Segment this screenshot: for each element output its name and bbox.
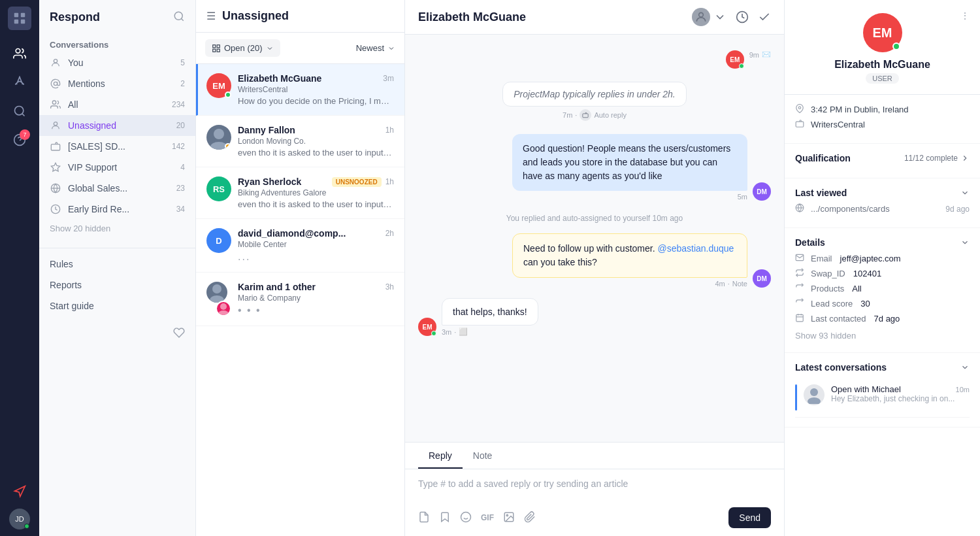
more-options-icon[interactable]: ⋮ (960, 10, 970, 21)
bookmark-icon[interactable] (439, 511, 451, 525)
document-icon[interactable] (418, 511, 430, 525)
email-icon (795, 253, 806, 264)
send-button[interactable]: Send (728, 507, 771, 528)
note-tab[interactable]: Note (463, 443, 503, 469)
chat-area: Elizabeth McGuane (405, 0, 784, 536)
conversations-nav-icon[interactable] (8, 42, 31, 65)
rp-details-title: Details (795, 237, 825, 248)
top-msg-time: 9m ✉️ (749, 50, 771, 59)
conv-list-header: ☰ Unassigned (196, 0, 404, 33)
conv-name: Ryan Sherlock (238, 176, 301, 187)
mentions-count: 2 (180, 79, 185, 88)
rp-location-section: 3:42 PM in Dublin, Ireland WritersCentra… (785, 95, 980, 144)
email-label: Email (811, 254, 832, 263)
rocket-nav-icon[interactable] (8, 71, 31, 94)
rules-link[interactable]: Rules (39, 254, 195, 275)
app-logo[interactable] (8, 7, 31, 30)
rp-leadscore-row: Lead score 30 (795, 298, 970, 309)
conv-name-row: Danny Fallon 1h (238, 125, 394, 135)
lc-title: Open with Michael 10m (831, 384, 970, 394)
vip-label: VIP Support (68, 162, 174, 173)
nav-section-conversations: Conversations You 5 Mentions 2 (39, 29, 195, 243)
user-avatar-icon[interactable]: JD (9, 509, 30, 529)
megaphone-icon[interactable] (8, 480, 31, 503)
bot-icon (580, 109, 591, 121)
sidebar-item-sales[interactable]: [SALES] SD... 142 (39, 136, 195, 157)
svg-point-11 (54, 59, 57, 63)
msg-row-note: DM Need to follow up with customer. @seb… (418, 233, 771, 288)
conv-item-david[interactable]: D david_diamond@comp... 2h Mobile Center… (196, 219, 404, 273)
sort-button[interactable]: Newest (356, 43, 395, 53)
email-value: jeff@japtec.com (840, 254, 901, 263)
rp-latest-conv-toggle[interactable] (960, 363, 970, 372)
products-label: Products (811, 284, 844, 293)
conv-preview: How do you decide on the Pricing, I mean… (238, 96, 394, 106)
rp-qual-action[interactable]: 11/12 complete (904, 154, 970, 163)
conv-name: Danny Fallon (238, 125, 295, 135)
you-icon (50, 57, 61, 69)
assign-avatar (692, 8, 710, 26)
reports-link[interactable]: Reports (39, 275, 195, 295)
svg-point-47 (808, 397, 821, 404)
conv-time: 3m (383, 74, 394, 83)
assign-button[interactable] (692, 8, 727, 26)
reply-area: Reply Note Type # to add a saved reply o… (405, 442, 784, 536)
image-icon[interactable] (503, 511, 515, 525)
bot-meta: 7m · Auto reply (563, 109, 627, 121)
rp-online-dot (892, 42, 900, 50)
conv-company: London Moving Co. (238, 137, 394, 146)
lastcontacted-value: 7d ago (874, 314, 900, 324)
note-meta: 4m · Note (715, 280, 747, 288)
conv-content-danny: Danny Fallon 1h London Moving Co. even t… (238, 125, 394, 158)
sidebar-item-mentions[interactable]: Mentions 2 (39, 73, 195, 94)
conv-item-elizabeth[interactable]: EM Elizabeth McGuane 3m WritersCentral H… (196, 64, 404, 116)
system-message: You replied and auto-assigned to yoursel… (418, 211, 771, 226)
search-nav-icon[interactable] (8, 99, 31, 123)
clock-icon[interactable] (736, 10, 749, 24)
user-online-indicator (24, 524, 29, 529)
rp-details-toggle[interactable] (960, 238, 970, 247)
sidebar-item-you[interactable]: You 5 (39, 52, 195, 73)
incoming-reply-meta: 3m · ⬜ (442, 327, 538, 336)
conv-item-danny[interactable]: Danny Fallon 1h London Moving Co. even t… (196, 116, 404, 167)
you-count: 5 (180, 58, 185, 67)
svg-point-5 (15, 107, 24, 115)
conv-avatar-ryan: RS (206, 176, 231, 201)
svg-point-13 (52, 101, 56, 104)
swapid-value: 102401 (853, 269, 881, 278)
sidebar-item-unassigned[interactable]: Unassigned 20 (39, 115, 195, 136)
emoji-icon[interactable] (460, 511, 472, 525)
unassigned-label: Unassigned (68, 120, 170, 131)
sidebar-item-all[interactable]: All 234 (39, 94, 195, 115)
svg-rect-20 (213, 44, 216, 47)
conv-item-ryan[interactable]: RS Ryan Sherlock UNSNOOZED1h Biking Adve… (196, 167, 404, 219)
resolve-icon[interactable] (758, 10, 771, 24)
top-msg-meta: 9m ✉️ (749, 50, 771, 59)
leadscore-value: 30 (860, 299, 870, 309)
conv-item-karim[interactable]: Karim and 1 other 3h Mario & Company • •… (196, 273, 404, 326)
nav-search-icon[interactable] (173, 10, 185, 24)
heart-icon[interactable] (173, 327, 185, 341)
show-hidden-details[interactable]: Show 93 hidden (795, 328, 970, 343)
conv-preview: even tho it is asked to the user to inpu… (238, 148, 394, 158)
attach-icon[interactable] (524, 511, 536, 525)
latest-conv-item[interactable]: Open with Michael 10m Hey Elizabeth, jus… (795, 378, 970, 418)
icon-sidebar: 7 JD (0, 0, 39, 536)
sidebar-item-early[interactable]: Early Bird Re... 34 (39, 199, 195, 220)
unassigned-count: 20 (176, 121, 185, 130)
rp-last-viewed-toggle[interactable] (960, 188, 970, 197)
open-filter-button[interactable]: Open (20) (205, 39, 280, 57)
hamburger-menu-icon[interactable]: ☰ (206, 10, 216, 22)
rp-url: .../components/cards (811, 204, 890, 214)
reply-input[interactable]: Type # to add a saved reply or try sendi… (405, 469, 784, 502)
show-hidden-link[interactable]: Show 20 hidden (39, 220, 195, 237)
sidebar-item-vip[interactable]: VIP Support 4 (39, 157, 195, 178)
svg-point-24 (214, 129, 224, 139)
start-guide-link[interactable]: Start guide (39, 295, 195, 316)
gif-button[interactable]: GIF (481, 513, 494, 522)
sidebar-item-global[interactable]: Global Sales... 23 (39, 178, 195, 199)
question-nav-icon[interactable]: 7 (8, 128, 31, 152)
rp-swapid-row: Swap_ID 102401 (795, 268, 970, 279)
reply-tab[interactable]: Reply (418, 443, 463, 469)
svg-point-30 (699, 12, 704, 17)
